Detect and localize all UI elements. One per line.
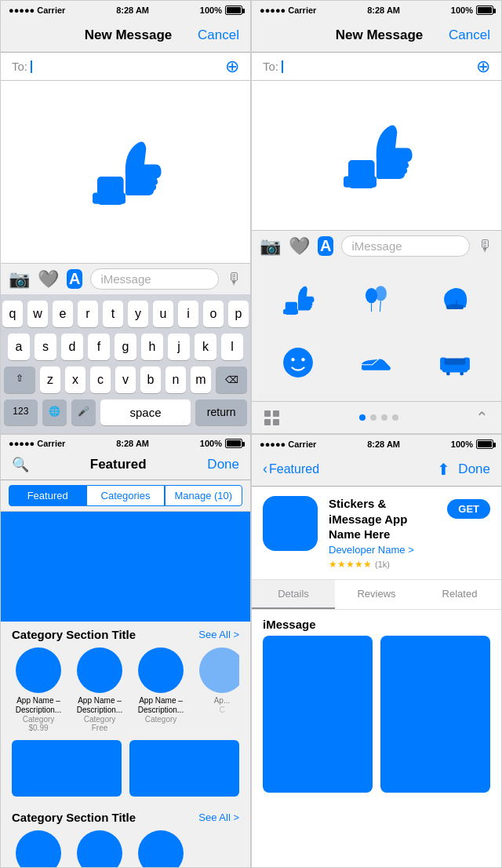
list-item[interactable]: App Name – Description... Category $0.99: [12, 647, 65, 732]
key-f[interactable]: f: [88, 334, 110, 360]
app-icon-4: [199, 647, 239, 693]
key-o[interactable]: o: [203, 301, 224, 327]
key-v[interactable]: v: [115, 367, 136, 393]
appstore-icon-1[interactable]: A: [67, 269, 82, 289]
key-s[interactable]: s: [35, 334, 56, 360]
key-y[interactable]: y: [128, 301, 148, 327]
key-123[interactable]: 123: [4, 399, 38, 425]
key-delete[interactable]: ⌫: [216, 367, 247, 393]
list-item[interactable]: [73, 830, 126, 867]
sticker-smiley[interactable]: [263, 335, 333, 390]
back-button-4[interactable]: ‹ Featured: [263, 461, 319, 477]
key-q[interactable]: q: [2, 301, 23, 327]
get-button[interactable]: GET: [447, 499, 490, 519]
key-n[interactable]: n: [166, 367, 186, 393]
heart-icon-1[interactable]: 🩶: [38, 269, 59, 290]
sticker-couch[interactable]: [420, 335, 490, 390]
category-section-1: Category Section Title See All > App Nam…: [1, 622, 250, 732]
sticker-shoe[interactable]: [341, 335, 412, 390]
app-developer[interactable]: Developer Name >: [329, 544, 436, 556]
message-input-2[interactable]: iMessage: [341, 235, 470, 257]
status-bar-1: ●●●●● Carrier 8:28 AM 100%: [1, 1, 250, 18]
key-w[interactable]: w: [27, 301, 48, 327]
mic-icon-2[interactable]: 🎙: [478, 237, 493, 255]
key-g[interactable]: g: [115, 334, 136, 360]
battery-text-2: 100%: [451, 5, 473, 15]
time-3: 8:28 AM: [116, 439, 149, 448]
apps-grid-icon[interactable]: [264, 410, 282, 425]
cancel-button-2[interactable]: Cancel: [449, 27, 490, 43]
tab-details[interactable]: Details: [252, 580, 335, 609]
key-e[interactable]: e: [53, 301, 73, 327]
status-bar-4: ●●●●● Carrier 8:28 AM 100%: [252, 435, 501, 452]
app-name-3: App Name – Description...: [134, 696, 187, 715]
category-section-2: Category Section Title See All >: [1, 804, 250, 867]
search-icon-3[interactable]: 🔍: [12, 456, 29, 473]
list-item[interactable]: App Name – Description... Category: [134, 647, 187, 732]
tab-reviews[interactable]: Reviews: [335, 580, 418, 609]
add-recipient-button-2[interactable]: ⊕: [476, 58, 490, 75]
tab-featured[interactable]: Featured: [9, 485, 86, 506]
key-b[interactable]: b: [140, 367, 161, 393]
key-space[interactable]: space: [100, 399, 191, 425]
banner-small-2[interactable]: [129, 740, 239, 797]
nav-bar-3: 🔍 Featured Done: [1, 450, 250, 480]
app-icon-6: [77, 830, 122, 867]
tab-related[interactable]: Related: [418, 580, 501, 609]
tab-categories[interactable]: Categories: [86, 485, 164, 506]
see-all-1[interactable]: See All >: [198, 629, 239, 640]
key-return[interactable]: return: [195, 399, 247, 425]
list-item[interactable]: Ap... C: [195, 647, 239, 732]
message-input-1[interactable]: iMessage: [90, 268, 219, 290]
appstore-icon-2[interactable]: A: [318, 236, 333, 256]
app-icon-5: [16, 830, 61, 867]
sticker-balloons[interactable]: [341, 272, 412, 327]
heart-icon-2[interactable]: 🩶: [289, 236, 310, 257]
sticker-helmet[interactable]: [420, 272, 490, 327]
done-button-3[interactable]: Done: [207, 457, 239, 472]
text-cursor-1: [31, 60, 32, 73]
key-mic[interactable]: 🎤: [71, 399, 96, 425]
key-u[interactable]: u: [153, 301, 173, 327]
mic-icon-1[interactable]: 🎙: [227, 270, 242, 288]
camera-icon-2[interactable]: 📷: [260, 236, 281, 257]
key-j[interactable]: j: [168, 334, 190, 360]
key-m[interactable]: m: [191, 367, 211, 393]
battery-text-1: 100%: [200, 5, 222, 15]
status-bar-3: ●●●●● Carrier 8:28 AM 100%: [1, 435, 250, 450]
key-a[interactable]: a: [8, 334, 30, 360]
key-t[interactable]: t: [103, 301, 123, 327]
key-r[interactable]: r: [78, 301, 98, 327]
done-button-4[interactable]: Done: [458, 461, 490, 477]
key-d[interactable]: d: [61, 334, 83, 360]
key-globe[interactable]: 🌐: [42, 399, 67, 425]
list-item[interactable]: [12, 830, 65, 867]
featured-banner: [1, 512, 250, 622]
nav-icons-4: ⬆ Done: [437, 460, 490, 479]
key-p[interactable]: p: [228, 301, 249, 327]
tab-manage[interactable]: Manage (10): [165, 485, 242, 506]
sticker-thumbsup[interactable]: [263, 272, 333, 327]
key-k[interactable]: k: [195, 334, 216, 360]
collapse-picker-button[interactable]: ⌃: [475, 408, 489, 427]
star-rating: ★★★★★: [329, 559, 372, 570]
key-z[interactable]: z: [40, 367, 60, 393]
add-recipient-button-1[interactable]: ⊕: [225, 58, 239, 75]
banner-small-1[interactable]: [12, 740, 122, 797]
key-c[interactable]: c: [90, 367, 111, 393]
list-item[interactable]: [134, 830, 187, 867]
app-name-1: App Name – Description...: [12, 696, 65, 715]
section-label-imessage: iMessage: [252, 610, 501, 636]
key-l[interactable]: l: [221, 334, 243, 360]
camera-icon-1[interactable]: 📷: [9, 269, 30, 290]
cancel-button-1[interactable]: Cancel: [198, 27, 239, 43]
share-icon[interactable]: ⬆: [437, 460, 450, 479]
see-all-2[interactable]: See All >: [198, 811, 239, 823]
list-item[interactable]: App Name – Description... Category Free: [73, 647, 126, 732]
svg-line-9: [380, 301, 380, 312]
key-x[interactable]: x: [65, 367, 85, 393]
key-h[interactable]: h: [141, 334, 163, 360]
key-shift[interactable]: ⇧: [4, 367, 35, 393]
key-i[interactable]: i: [178, 301, 198, 327]
nav-title-1: New Message: [85, 27, 173, 43]
